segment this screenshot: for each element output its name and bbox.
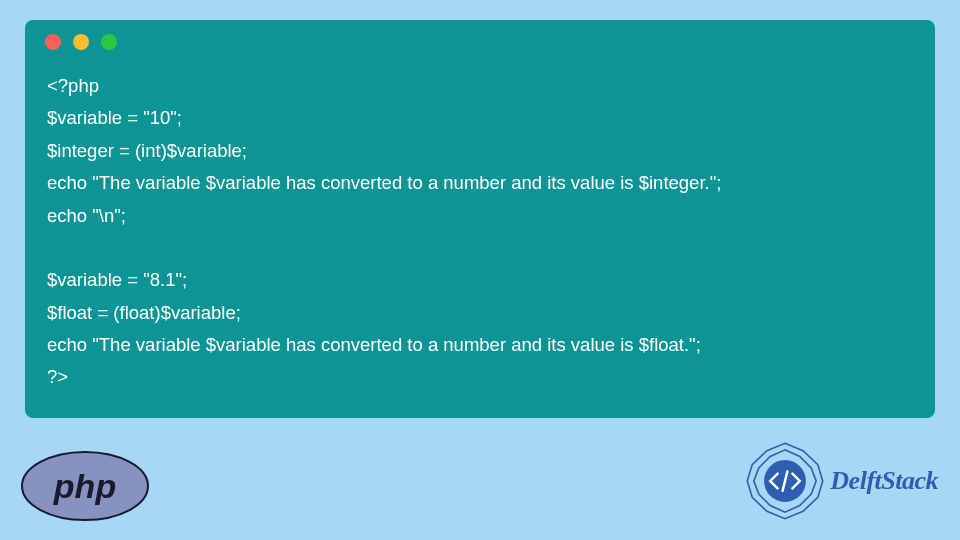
code-line: echo "The variable $variable has convert…: [47, 172, 721, 193]
code-window: <?php $variable = "10"; $integer = (int)…: [25, 20, 935, 418]
close-icon: [45, 34, 61, 50]
minimize-icon: [73, 34, 89, 50]
code-line: $variable = "10";: [47, 107, 182, 128]
code-line: ?>: [47, 366, 68, 387]
code-line: echo "\n";: [47, 205, 126, 226]
php-logo-text: php: [53, 467, 116, 505]
delftstack-emblem-icon: [744, 440, 826, 522]
window-titlebar: [25, 20, 935, 64]
maximize-icon: [101, 34, 117, 50]
delftstack-logo: DelftStack: [744, 440, 938, 522]
code-block: <?php $variable = "10"; $integer = (int)…: [25, 64, 935, 400]
php-logo-icon: php: [20, 450, 150, 522]
code-line: echo "The variable $variable has convert…: [47, 334, 701, 355]
delftstack-text: DelftStack: [830, 466, 938, 496]
code-line: $float = (float)$variable;: [47, 302, 241, 323]
code-line: <?php: [47, 75, 99, 96]
code-line: $variable = "8.1";: [47, 269, 187, 290]
code-line: $integer = (int)$variable;: [47, 140, 247, 161]
